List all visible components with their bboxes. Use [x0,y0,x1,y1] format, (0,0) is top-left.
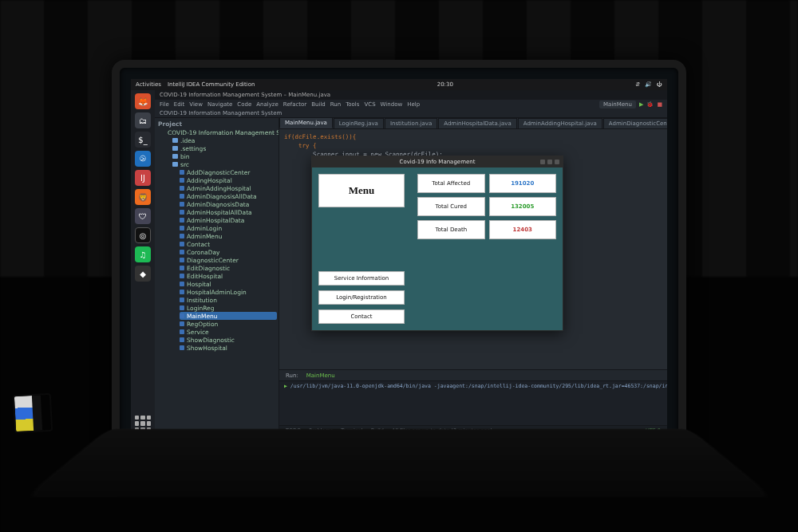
project-file-hospital[interactable]: Hospital [180,280,277,288]
project-tool-window[interactable]: Project COVID-19 Information Management … [155,118,279,435]
topbar-app-label: IntelliJ IDEA Community Edition [168,81,255,88]
project-file-mainmenu[interactable]: MainMenu [180,312,277,320]
dock-privacy[interactable]: 🛡 [135,208,151,224]
project-file-label: LoginReg [187,305,214,312]
menu-code[interactable]: Code [237,101,251,108]
menu-tools[interactable]: Tools [346,101,359,108]
folder-src[interactable]: src [180,161,189,168]
topbar-clock[interactable]: 20:30 [437,81,453,88]
login-registration-button[interactable]: Login/Registration [318,290,405,305]
activities-button[interactable]: Activities [136,81,161,88]
network-icon[interactable]: ⇵ [635,81,640,88]
project-file-label: DiagnosticCenter [187,257,239,264]
run-button-icon[interactable]: ▶ [639,101,643,108]
project-file-adminmenu[interactable]: AdminMenu [180,232,277,240]
volume-icon[interactable]: 🔊 [645,81,652,88]
dock-obs[interactable]: ◎ [135,227,151,243]
dock-firefox[interactable]: 🦊 [135,93,151,109]
project-file-regoption[interactable]: RegOption [180,320,277,328]
editor-tab-institution-java[interactable]: Institution.java [385,118,437,128]
project-file-admindiagnosisalldata[interactable]: AdminDiagnosisAllData [180,192,277,200]
dock-terminal[interactable]: $_ [135,132,151,148]
menu-heading: Menu [318,174,405,207]
menu-navigate[interactable]: Navigate [207,101,232,108]
project-file-adminhospitalalldata[interactable]: AdminHospitalAllData [180,208,277,216]
dock-app[interactable]: ◆ [135,266,151,282]
project-file-label: AdminHospitalData [187,217,244,224]
dock-files[interactable]: 🗂 [135,112,151,128]
project-file-label: HospitalAdminLogin [187,289,247,296]
menu-vcs[interactable]: VCS [364,101,375,108]
menu-help[interactable]: Help [407,101,420,108]
run-toolbar: Run: MainMenu [279,369,667,380]
app-content: Menu Service Information Login/Registrat… [312,167,563,330]
project-root[interactable]: COVID-19 Information Management System [168,129,279,136]
folder-bin[interactable]: bin [180,153,190,160]
power-icon[interactable]: ⏻ [657,81,662,88]
app-titlebar[interactable]: Covid-19 Info Management [312,156,563,167]
project-file-label: AdminDiagnosisAllData [187,193,257,200]
project-file-adminaddinghospital[interactable]: AdminAddingHospital [180,184,277,192]
dock-intellij[interactable]: IJ [135,170,151,186]
project-file-service[interactable]: Service [180,328,277,336]
dock-spotify[interactable]: ♫ [135,246,151,262]
project-file-showdiagnostic[interactable]: ShowDiagnostic [180,336,277,344]
project-file-label: EditDiagnostic [187,265,230,272]
console-play-icon[interactable]: ▶ [284,383,290,389]
menu-analyze[interactable]: Analyze [256,101,279,108]
maximize-icon[interactable] [547,160,552,164]
project-file-institution[interactable]: Institution [180,296,277,304]
project-file-hospitaladminlogin[interactable]: HospitalAdminLogin [180,288,277,296]
project-file-label: ShowHospital [187,345,227,352]
minimize-icon[interactable] [540,160,545,164]
project-file-admindiagnosisdata[interactable]: AdminDiagnosisData [180,200,277,208]
breadcrumb-root[interactable]: COVID-19 Information Management System [160,110,282,116]
project-file-coronaday[interactable]: CoronaDay [180,248,277,256]
project-file-label: ShowDiagnostic [187,337,235,344]
project-file-adminlogin[interactable]: AdminLogin [180,224,277,232]
run-console[interactable]: ▶ /usr/lib/jvm/java-11.0-openjdk-amd64/b… [279,380,667,425]
editor-tab-admindiagnosticcenter-java[interactable]: AdminDiagnosticCenter.java [603,118,667,128]
ide-titlebar: COVID-19 Information Management System –… [155,90,667,100]
editor-tab-mainmenu-java[interactable]: MainMenu.java [279,117,333,128]
dock-brave[interactable]: 🦁 [135,189,151,205]
run-label: Run: [286,372,298,379]
project-file-label: AdminHospitalAllData [187,209,252,216]
close-icon[interactable] [555,160,559,164]
project-file-adminhospitaldata[interactable]: AdminHospitalData [180,216,277,224]
project-file-showhospital[interactable]: ShowHospital [180,344,277,352]
project-file-edithospital[interactable]: EditHospital [180,272,277,280]
menu-file[interactable]: File [160,101,169,108]
total-death-value: 12403 [489,220,557,239]
project-file-label: EditHospital [187,273,223,280]
code-line: try { [284,142,317,149]
editor-tab-adminaddinghospital-java[interactable]: AdminAddingHospital.java [518,118,602,128]
menu-refactor[interactable]: Refactor [283,101,306,108]
menu-edit[interactable]: Edit [174,101,185,108]
stop-button-icon[interactable]: ■ [657,101,662,108]
dock-vscode[interactable]: ⧁ [135,151,151,167]
code-line: if(dcFile.exists()){ [284,133,356,140]
menu-window[interactable]: Window [381,101,403,108]
folder-idea[interactable]: .idea [180,137,195,144]
project-file-contact[interactable]: Contact [180,240,277,248]
editor-tab-loginreg-java[interactable]: LoginReg.java [334,118,384,128]
editor-tab-adminhospitaldata-java[interactable]: AdminHospitalData.java [438,118,516,128]
project-file-addinghospital[interactable]: AddingHospital [180,176,277,184]
contact-button[interactable]: Contact [318,309,405,324]
menu-view[interactable]: View [189,101,203,108]
folder-settings[interactable]: .settings [180,145,206,152]
debug-button-icon[interactable]: 🐞 [646,101,654,108]
project-file-editdiagnostic[interactable]: EditDiagnostic [180,264,277,272]
menu-build[interactable]: Build [311,101,326,108]
project-file-adddiagnosticcenter[interactable]: AddDiagnosticCenter [180,168,277,176]
project-file-label: Institution [187,297,217,304]
app-menu-pane: Menu Service Information Login/Registrat… [312,167,411,330]
run-config-selector[interactable]: MainMenu [599,100,636,108]
project-file-diagnosticcenter[interactable]: DiagnosticCenter [180,256,277,264]
menu-run[interactable]: Run [330,101,341,108]
service-information-button[interactable]: Service Information [318,271,405,286]
covid-app-window[interactable]: Covid-19 Info Management Menu Service In… [311,156,563,331]
project-file-label: AdminMenu [187,233,223,240]
project-file-loginreg[interactable]: LoginReg [180,304,277,312]
